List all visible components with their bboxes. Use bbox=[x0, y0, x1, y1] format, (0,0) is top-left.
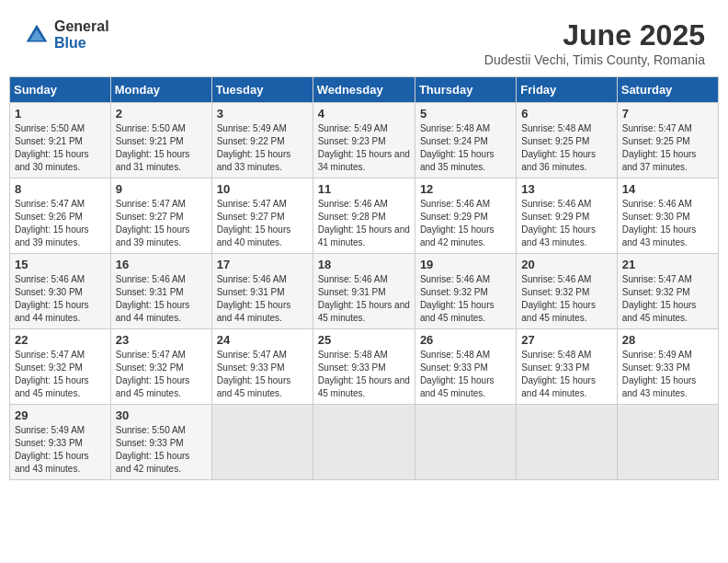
location-title: Dudestii Vechi, Timis County, Romania bbox=[484, 52, 705, 67]
day-info: Sunrise: 5:48 AMSunset: 9:33 PMDaylight:… bbox=[318, 349, 410, 400]
day-number: 21 bbox=[622, 258, 713, 271]
calendar-day-cell: 24Sunrise: 5:47 AMSunset: 9:33 PMDayligh… bbox=[211, 329, 313, 405]
day-number: 9 bbox=[116, 182, 207, 196]
calendar-day-cell bbox=[617, 405, 718, 480]
day-number: 22 bbox=[15, 333, 106, 347]
logo-general-text: General bbox=[54, 18, 109, 35]
day-number: 1 bbox=[15, 107, 106, 121]
calendar-day-cell: 13Sunrise: 5:46 AMSunset: 9:29 PMDayligh… bbox=[517, 178, 617, 254]
calendar-day-cell bbox=[517, 405, 617, 480]
day-info: Sunrise: 5:46 AMSunset: 9:32 PMDaylight:… bbox=[521, 273, 611, 325]
calendar-day-cell: 7Sunrise: 5:47 AMSunset: 9:25 PMDaylight… bbox=[617, 103, 718, 178]
logo-blue-text: Blue bbox=[54, 35, 109, 52]
day-number: 14 bbox=[622, 182, 713, 196]
day-info: Sunrise: 5:46 AMSunset: 9:30 PMDaylight:… bbox=[15, 273, 106, 325]
logo-icon bbox=[23, 21, 51, 49]
day-info: Sunrise: 5:47 AMSunset: 9:32 PMDaylight:… bbox=[622, 273, 713, 325]
day-number: 25 bbox=[318, 333, 410, 347]
calendar-header-friday: Friday bbox=[517, 77, 617, 103]
logo: General Blue bbox=[23, 18, 109, 51]
day-number: 26 bbox=[420, 333, 511, 347]
day-number: 19 bbox=[420, 258, 511, 271]
calendar-day-cell: 3Sunrise: 5:49 AMSunset: 9:22 PMDaylight… bbox=[211, 103, 313, 178]
day-number: 5 bbox=[420, 107, 511, 121]
day-number: 4 bbox=[318, 107, 410, 121]
calendar-day-cell: 18Sunrise: 5:46 AMSunset: 9:31 PMDayligh… bbox=[313, 254, 415, 329]
calendar-day-cell: 26Sunrise: 5:48 AMSunset: 9:33 PMDayligh… bbox=[415, 329, 516, 405]
day-number: 11 bbox=[318, 182, 410, 196]
calendar-day-cell: 6Sunrise: 5:48 AMSunset: 9:25 PMDaylight… bbox=[517, 103, 617, 178]
calendar-day-cell bbox=[211, 405, 313, 480]
calendar-day-cell: 16Sunrise: 5:46 AMSunset: 9:31 PMDayligh… bbox=[110, 254, 211, 329]
calendar-day-cell: 10Sunrise: 5:47 AMSunset: 9:27 PMDayligh… bbox=[211, 178, 313, 254]
calendar-header-sunday: Sunday bbox=[10, 77, 111, 103]
day-info: Sunrise: 5:48 AMSunset: 9:24 PMDaylight:… bbox=[420, 122, 511, 174]
calendar-header-saturday: Saturday bbox=[617, 77, 718, 103]
day-number: 7 bbox=[622, 107, 713, 121]
day-info: Sunrise: 5:46 AMSunset: 9:28 PMDaylight:… bbox=[318, 198, 410, 249]
calendar-day-cell bbox=[313, 405, 415, 480]
calendar-day-cell: 14Sunrise: 5:46 AMSunset: 9:30 PMDayligh… bbox=[617, 178, 718, 254]
day-number: 24 bbox=[217, 333, 308, 347]
day-number: 20 bbox=[521, 258, 611, 271]
day-info: Sunrise: 5:47 AMSunset: 9:32 PMDaylight:… bbox=[15, 349, 106, 400]
day-info: Sunrise: 5:49 AMSunset: 9:23 PMDaylight:… bbox=[318, 122, 410, 174]
calendar-day-cell: 28Sunrise: 5:49 AMSunset: 9:33 PMDayligh… bbox=[617, 329, 718, 405]
title-section: June 2025 Dudestii Vechi, Timis County, … bbox=[484, 18, 705, 67]
day-info: Sunrise: 5:46 AMSunset: 9:30 PMDaylight:… bbox=[622, 198, 713, 249]
calendar-day-cell: 9Sunrise: 5:47 AMSunset: 9:27 PMDaylight… bbox=[110, 178, 211, 254]
day-number: 16 bbox=[116, 258, 207, 271]
day-number: 8 bbox=[15, 182, 106, 196]
day-number: 29 bbox=[15, 408, 106, 422]
calendar-day-cell: 12Sunrise: 5:46 AMSunset: 9:29 PMDayligh… bbox=[415, 178, 516, 254]
day-info: Sunrise: 5:48 AMSunset: 9:25 PMDaylight:… bbox=[521, 122, 611, 174]
day-info: Sunrise: 5:46 AMSunset: 9:31 PMDaylight:… bbox=[116, 273, 207, 325]
calendar-week-row: 8Sunrise: 5:47 AMSunset: 9:26 PMDaylight… bbox=[10, 178, 719, 254]
calendar-week-row: 1Sunrise: 5:50 AMSunset: 9:21 PMDaylight… bbox=[10, 103, 719, 178]
day-info: Sunrise: 5:47 AMSunset: 9:33 PMDaylight:… bbox=[217, 349, 308, 400]
day-number: 15 bbox=[15, 258, 106, 271]
calendar-day-cell: 1Sunrise: 5:50 AMSunset: 9:21 PMDaylight… bbox=[10, 103, 111, 178]
day-number: 3 bbox=[217, 107, 308, 121]
calendar-week-row: 22Sunrise: 5:47 AMSunset: 9:32 PMDayligh… bbox=[10, 329, 719, 405]
calendar-week-row: 15Sunrise: 5:46 AMSunset: 9:30 PMDayligh… bbox=[10, 254, 719, 329]
logo-text: General Blue bbox=[54, 18, 109, 51]
day-info: Sunrise: 5:47 AMSunset: 9:32 PMDaylight:… bbox=[116, 349, 207, 400]
day-number: 10 bbox=[217, 182, 308, 196]
calendar-day-cell: 27Sunrise: 5:48 AMSunset: 9:33 PMDayligh… bbox=[517, 329, 617, 405]
day-number: 27 bbox=[521, 333, 611, 347]
day-info: Sunrise: 5:46 AMSunset: 9:31 PMDaylight:… bbox=[217, 273, 308, 325]
calendar-day-cell: 2Sunrise: 5:50 AMSunset: 9:21 PMDaylight… bbox=[110, 103, 211, 178]
day-number: 2 bbox=[116, 107, 207, 121]
calendar-header-wednesday: Wednesday bbox=[313, 77, 415, 103]
month-title: June 2025 bbox=[484, 18, 705, 52]
calendar-day-cell: 17Sunrise: 5:46 AMSunset: 9:31 PMDayligh… bbox=[211, 254, 313, 329]
calendar-day-cell: 5Sunrise: 5:48 AMSunset: 9:24 PMDaylight… bbox=[415, 103, 516, 178]
day-info: Sunrise: 5:50 AMSunset: 9:21 PMDaylight:… bbox=[116, 122, 207, 174]
day-number: 6 bbox=[521, 107, 611, 121]
day-number: 28 bbox=[622, 333, 713, 347]
day-info: Sunrise: 5:50 AMSunset: 9:21 PMDaylight:… bbox=[15, 122, 106, 174]
calendar-day-cell: 20Sunrise: 5:46 AMSunset: 9:32 PMDayligh… bbox=[517, 254, 617, 329]
day-info: Sunrise: 5:47 AMSunset: 9:26 PMDaylight:… bbox=[15, 198, 106, 249]
day-number: 12 bbox=[420, 182, 511, 196]
calendar-header-tuesday: Tuesday bbox=[211, 77, 313, 103]
calendar-day-cell: 25Sunrise: 5:48 AMSunset: 9:33 PMDayligh… bbox=[313, 329, 415, 405]
calendar-day-cell: 11Sunrise: 5:46 AMSunset: 9:28 PMDayligh… bbox=[313, 178, 415, 254]
calendar-day-cell: 15Sunrise: 5:46 AMSunset: 9:30 PMDayligh… bbox=[10, 254, 111, 329]
calendar-day-cell: 22Sunrise: 5:47 AMSunset: 9:32 PMDayligh… bbox=[10, 329, 111, 405]
day-info: Sunrise: 5:47 AMSunset: 9:27 PMDaylight:… bbox=[217, 198, 308, 249]
day-number: 18 bbox=[318, 258, 410, 271]
calendar-header-monday: Monday bbox=[110, 77, 211, 103]
calendar-day-cell: 21Sunrise: 5:47 AMSunset: 9:32 PMDayligh… bbox=[617, 254, 718, 329]
day-number: 23 bbox=[116, 333, 207, 347]
day-info: Sunrise: 5:46 AMSunset: 9:31 PMDaylight:… bbox=[318, 273, 410, 325]
calendar-week-row: 29Sunrise: 5:49 AMSunset: 9:33 PMDayligh… bbox=[10, 405, 719, 480]
day-number: 30 bbox=[116, 408, 207, 422]
day-info: Sunrise: 5:49 AMSunset: 9:22 PMDaylight:… bbox=[217, 122, 308, 174]
calendar-day-cell: 19Sunrise: 5:46 AMSunset: 9:32 PMDayligh… bbox=[415, 254, 516, 329]
day-number: 13 bbox=[521, 182, 611, 196]
calendar-day-cell: 30Sunrise: 5:50 AMSunset: 9:33 PMDayligh… bbox=[110, 405, 211, 480]
day-info: Sunrise: 5:46 AMSunset: 9:29 PMDaylight:… bbox=[521, 198, 611, 249]
day-info: Sunrise: 5:47 AMSunset: 9:25 PMDaylight:… bbox=[622, 122, 713, 174]
